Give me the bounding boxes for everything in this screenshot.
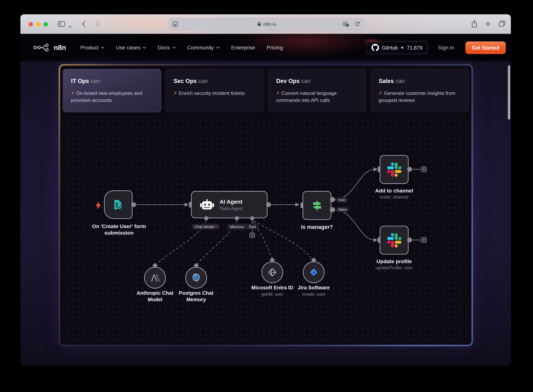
branch-output-label-false: false [336,207,350,212]
n8n-logo-text: n8n [54,44,66,51]
node-anthropic-chat-model[interactable] [144,267,166,289]
star-icon: ★ [400,45,404,50]
ai-agent-title: AI Agent [220,198,242,205]
new-tab-icon[interactable] [485,21,491,28]
slack-icon [387,233,401,247]
add-tool-button[interactable]: + [250,233,255,238]
translate-icon[interactable]: Ax [343,22,349,28]
forward-button-icon[interactable] [96,21,100,28]
address-bar[interactable]: n8n.io Ax [169,18,365,30]
trigger-bolt-icon [96,201,101,209]
robot-icon [200,199,214,210]
node-label-form-trigger: On 'Create User' form submission [84,223,154,236]
add-next-node-button-bottom[interactable]: + [421,237,426,243]
port-label-chat-model: Chat Model* [191,224,220,229]
tab-overview-icon[interactable] [499,20,505,28]
browser-titlebar: n8n.io Ax [20,14,511,34]
node-label-add-to-channel: Add to channel [363,187,426,194]
node-slack-add-to-channel[interactable] [380,155,409,184]
persona-card-it-ops[interactable]: IT Ops can ⚡On-board new employees and p… [63,69,161,112]
branch-output-label-true: true [336,197,348,202]
required-asterisk: * [215,224,217,229]
lightning-icon: ⚡ [379,90,382,96]
github-label: GitHub [382,45,398,51]
nav-item-product[interactable]: Product [80,45,104,51]
share-icon[interactable] [471,20,477,29]
get-started-button[interactable]: Get Started [465,41,506,54]
form-document-icon [112,198,125,211]
node-postgres-chat-memory[interactable] [185,267,207,289]
reload-icon[interactable] [355,21,360,28]
screenshot-stage: n8n.io Ax [0,0,533,392]
zoom-window-button[interactable] [43,22,48,26]
site-navbar: n8n Product Use cases Docs Community Ent… [20,34,511,61]
chevron-down-icon [172,47,176,49]
nav-item-pricing[interactable]: Pricing [267,45,283,51]
postgres-elephant-icon [191,273,201,283]
entra-id-icon [267,267,278,278]
github-stars-button[interactable]: GitHub ★ 71,879 [366,41,428,54]
persona-card-dev-ops[interactable]: Dev Ops can ⚡Convert natural language co… [268,69,366,112]
node-form-trigger[interactable] [104,191,133,219]
persona-card-sec-ops[interactable]: Sec Ops can ⚡Enrich security incident ti… [166,69,264,112]
back-button-icon[interactable] [82,21,86,28]
close-window-button[interactable] [28,22,33,26]
jira-icon [309,267,319,277]
svg-text:x: x [347,24,348,27]
node-ai-agent[interactable]: AI Agent Tools Agent [191,191,267,218]
node-label-anthropic: Anthropic Chat Model [131,290,179,303]
persona-cards-row: IT Ops can ⚡On-board new employees and p… [63,69,469,112]
node-microsoft-entra-id[interactable] [261,261,283,283]
persona-card-sales[interactable]: Sales can ⚡Generate customer insights fr… [371,69,469,112]
minimize-window-button[interactable] [36,22,41,26]
anthropic-icon [150,274,161,282]
lightning-icon: ⚡ [71,90,75,96]
nav-item-enterprise[interactable]: Enterprise [231,45,255,51]
ai-agent-subtitle: Tools Agent [220,206,242,211]
port-label-tool: Tool [246,224,259,229]
svg-text:A: A [344,22,346,25]
n8n-logo[interactable]: n8n [33,43,66,52]
node-jira-software[interactable] [303,261,324,283]
chevron-down-icon [216,47,220,49]
lightning-icon: ⚡ [276,90,280,96]
workflow-canvas[interactable]: On 'Create User' form submission [63,116,469,342]
github-octocat-icon [372,44,379,51]
n8n-logo-icon [33,43,51,52]
nav-item-use-cases[interactable]: Use cases [116,45,146,51]
node-label-is-manager: Is manager? [286,224,348,230]
ai-agent-text: AI Agent Tools Agent [220,198,242,211]
chevron-down-icon [101,47,104,49]
nav-item-docs[interactable]: Docs [158,45,176,51]
lightning-icon: ⚡ [174,90,177,96]
workflow-demo-panel: IT Ops can ⚡On-board new employees and p… [58,64,473,346]
github-star-count: 71,879 [407,45,422,51]
webpage: n8n Product Use cases Docs Community Ent… [20,34,511,366]
node-label-jira: Jira Software [287,285,341,291]
port-label-memory: Memory [227,224,247,229]
slack-icon [387,162,401,177]
page-scrollbar-thumb[interactable] [508,65,510,120]
nav-item-community[interactable]: Community [187,45,220,51]
lock-icon [257,21,261,27]
node-slack-update-profile[interactable] [380,226,409,255]
node-is-manager[interactable] [302,191,331,220]
node-sublabel-update-profile: updateProfile: user [363,265,426,270]
node-sublabel-jira: create: user [287,292,341,297]
sign-in-link[interactable]: Sign in [438,45,454,51]
browser-window: n8n.io Ax [20,14,511,366]
nav-menu: Product Use cases Docs Community Enterpr… [80,45,283,51]
node-sublabel-add-to-channel: invite: channel [363,195,426,200]
add-next-node-button-top[interactable]: + [421,167,426,172]
url-host-text: n8n.io [263,21,276,27]
sidebar-toggle-icon[interactable] [58,21,65,28]
node-label-postgres: Postgres Chat Memory [172,290,220,303]
node-label-update-profile: Update profile [363,258,426,265]
sidebar-chevron-down-icon[interactable] [68,23,72,29]
chevron-down-icon [143,47,146,49]
signpost-switch-icon [311,199,324,212]
